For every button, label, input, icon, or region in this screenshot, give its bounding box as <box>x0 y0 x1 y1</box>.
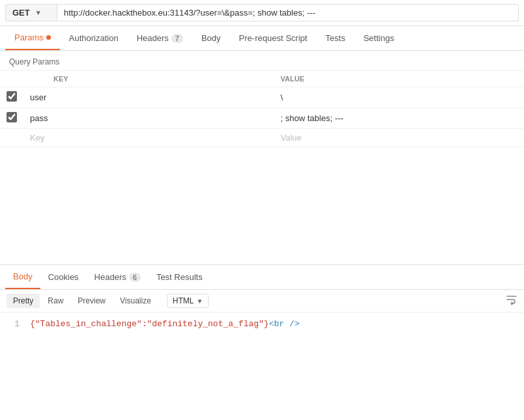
wrap-icon[interactable] <box>506 294 517 308</box>
format-type-select[interactable]: HTML ▼ <box>167 294 209 308</box>
tab-pre-request-script[interactable]: Pre-request Script <box>230 26 317 50</box>
tab-params-label: Params <box>14 33 44 42</box>
tab-pre-request-script-label: Pre-request Script <box>239 33 308 43</box>
tab-settings[interactable]: Settings <box>355 26 403 50</box>
format-tab-visualize[interactable]: Visualize <box>113 294 158 308</box>
tab-headers-label: Headers <box>137 33 169 43</box>
tab-settings-label: Settings <box>364 33 394 43</box>
params-dot-icon <box>46 35 51 40</box>
format-type-chevron-icon: ▼ <box>197 298 203 305</box>
tab-cookies-label: Cookies <box>48 272 79 282</box>
tab-body[interactable]: Body <box>192 26 230 50</box>
headers-badge: 7 <box>171 34 183 43</box>
tab-response-body-label: Body <box>13 272 33 281</box>
format-tab-raw[interactable]: Raw <box>41 294 70 308</box>
code-output: 1 {"Tables_in_challenge":"definitely_not… <box>0 313 524 335</box>
tab-authorization[interactable]: Authorization <box>60 26 128 50</box>
response-headers-badge: 6 <box>129 273 141 282</box>
format-tab-pretty[interactable]: Pretty <box>7 294 40 308</box>
table-row: user \ <box>0 87 524 108</box>
format-type-label: HTML <box>173 296 194 305</box>
url-input[interactable] <box>57 4 519 21</box>
bottom-tabs: Body Cookies Headers 6 Test Results <box>0 265 524 290</box>
method-label: GET <box>12 8 30 18</box>
row1-value-cell: \ <box>274 87 524 108</box>
row1-key: user <box>30 92 46 102</box>
response-section: Body Cookies Headers 6 Test Results Pret… <box>0 264 524 335</box>
row2-value-cell: ; show tables; --- <box>274 108 524 129</box>
table-row-empty: Key Value <box>0 129 524 147</box>
empty-key-cell[interactable]: Key <box>23 129 274 147</box>
row1-key-cell: user <box>23 87 274 108</box>
table-row: pass ; show tables; --- <box>0 108 524 129</box>
params-table: KEY VALUE user \ pass ; show tables; --- <box>0 70 524 147</box>
col-header-value: VALUE <box>274 71 524 87</box>
tab-body-label: Body <box>201 33 221 43</box>
code-content: {"Tables_in_challenge":"definitely_not_a… <box>30 319 515 329</box>
format-visualize-label: Visualize <box>120 296 151 305</box>
format-bar: Pretty Raw Preview Visualize HTML ▼ <box>0 290 524 313</box>
line-number: 1 <box>9 319 20 329</box>
format-pretty-label: Pretty <box>13 296 33 305</box>
tab-headers[interactable]: Headers 7 <box>128 26 192 50</box>
tab-authorization-label: Authorization <box>69 33 119 43</box>
tab-cookies[interactable]: Cookies <box>40 265 87 289</box>
col-header-check <box>0 71 23 87</box>
row2-checkbox[interactable] <box>7 112 17 122</box>
tab-response-headers[interactable]: Headers 6 <box>87 265 149 289</box>
row2-key-cell: pass <box>23 108 274 129</box>
format-preview-label: Preview <box>78 296 106 305</box>
url-bar: GET ▼ <box>0 0 524 26</box>
code-json-part: {"Tables_in_challenge":"definitely_not_a… <box>30 319 269 329</box>
row2-check-cell <box>0 108 23 129</box>
tab-response-body[interactable]: Body <box>5 265 40 289</box>
empty-key-placeholder: Key <box>30 133 44 143</box>
query-params-label: Query Params <box>0 51 524 70</box>
top-tabs: Params Authorization Headers 7 Body Pre-… <box>0 26 524 51</box>
row2-key: pass <box>30 113 48 123</box>
tab-params[interactable]: Params <box>5 26 60 50</box>
row1-check-cell <box>0 87 23 108</box>
empty-check-cell <box>0 129 23 147</box>
format-raw-label: Raw <box>48 296 63 305</box>
method-select[interactable]: GET ▼ <box>5 4 57 21</box>
row1-checkbox[interactable] <box>7 91 17 102</box>
method-chevron-icon: ▼ <box>35 9 42 16</box>
tab-test-results-label: Test Results <box>156 272 203 282</box>
format-tab-preview[interactable]: Preview <box>71 294 112 308</box>
row1-value: \ <box>281 92 284 102</box>
empty-value-cell[interactable]: Value <box>274 129 524 147</box>
col-header-key: KEY <box>23 71 274 87</box>
tab-tests[interactable]: Tests <box>316 26 354 50</box>
tab-response-headers-label: Headers <box>95 272 126 282</box>
code-html-tag: <br /> <box>269 319 300 329</box>
row2-value: ; show tables; --- <box>281 113 343 123</box>
tab-tests-label: Tests <box>325 33 345 43</box>
tab-test-results[interactable]: Test Results <box>149 265 211 289</box>
empty-value-placeholder: Value <box>281 133 302 143</box>
